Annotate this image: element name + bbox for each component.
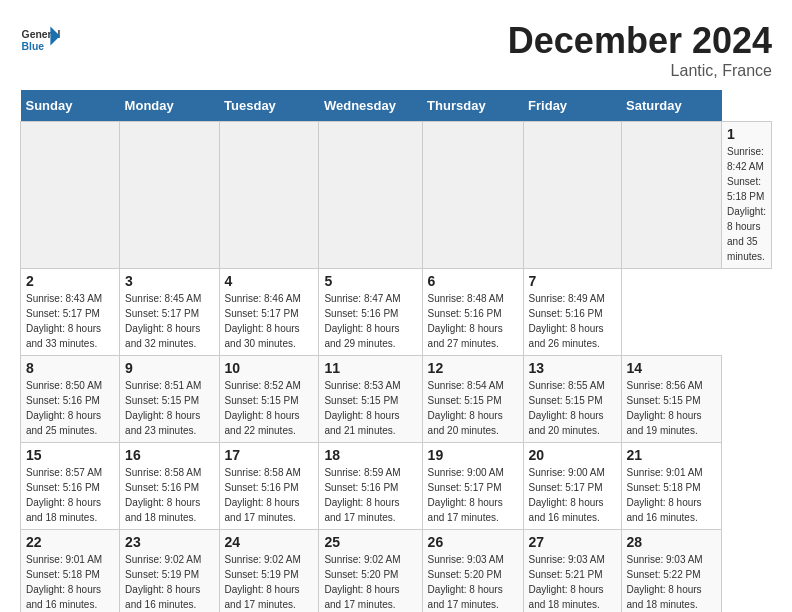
- svg-text:Blue: Blue: [22, 41, 45, 52]
- day-info: Sunrise: 8:58 AM Sunset: 5:16 PM Dayligh…: [125, 465, 213, 525]
- calendar-day-cell: [523, 122, 621, 269]
- day-info: Sunrise: 8:59 AM Sunset: 5:16 PM Dayligh…: [324, 465, 416, 525]
- calendar-day-cell: 19Sunrise: 9:00 AM Sunset: 5:17 PM Dayli…: [422, 443, 523, 530]
- calendar-day-cell: 10Sunrise: 8:52 AM Sunset: 5:15 PM Dayli…: [219, 356, 319, 443]
- day-info: Sunrise: 8:43 AM Sunset: 5:17 PM Dayligh…: [26, 291, 114, 351]
- day-number: 20: [529, 447, 616, 463]
- calendar-day-cell: 18Sunrise: 8:59 AM Sunset: 5:16 PM Dayli…: [319, 443, 422, 530]
- calendar-day-cell: 20Sunrise: 9:00 AM Sunset: 5:17 PM Dayli…: [523, 443, 621, 530]
- day-number: 17: [225, 447, 314, 463]
- calendar-day-cell: 27Sunrise: 9:03 AM Sunset: 5:21 PM Dayli…: [523, 530, 621, 613]
- calendar-day-cell: 17Sunrise: 8:58 AM Sunset: 5:16 PM Dayli…: [219, 443, 319, 530]
- calendar-day-cell: 23Sunrise: 9:02 AM Sunset: 5:19 PM Dayli…: [120, 530, 219, 613]
- day-info: Sunrise: 8:54 AM Sunset: 5:15 PM Dayligh…: [428, 378, 518, 438]
- day-number: 4: [225, 273, 314, 289]
- calendar-day-cell: 2Sunrise: 8:43 AM Sunset: 5:17 PM Daylig…: [21, 269, 120, 356]
- calendar-day-cell: 6Sunrise: 8:48 AM Sunset: 5:16 PM Daylig…: [422, 269, 523, 356]
- day-info: Sunrise: 8:53 AM Sunset: 5:15 PM Dayligh…: [324, 378, 416, 438]
- day-info: Sunrise: 9:02 AM Sunset: 5:19 PM Dayligh…: [125, 552, 213, 612]
- day-info: Sunrise: 9:01 AM Sunset: 5:18 PM Dayligh…: [26, 552, 114, 612]
- day-info: Sunrise: 8:58 AM Sunset: 5:16 PM Dayligh…: [225, 465, 314, 525]
- day-info: Sunrise: 9:03 AM Sunset: 5:22 PM Dayligh…: [627, 552, 717, 612]
- day-info: Sunrise: 9:03 AM Sunset: 5:20 PM Dayligh…: [428, 552, 518, 612]
- calendar-day-cell: 1Sunrise: 8:42 AM Sunset: 5:18 PM Daylig…: [722, 122, 772, 269]
- day-number: 14: [627, 360, 717, 376]
- day-of-week-header: Tuesday: [219, 90, 319, 122]
- day-number: 25: [324, 534, 416, 550]
- day-info: Sunrise: 9:02 AM Sunset: 5:19 PM Dayligh…: [225, 552, 314, 612]
- day-number: 21: [627, 447, 717, 463]
- calendar-header-row: SundayMondayTuesdayWednesdayThursdayFrid…: [21, 90, 772, 122]
- calendar-day-cell: 11Sunrise: 8:53 AM Sunset: 5:15 PM Dayli…: [319, 356, 422, 443]
- day-info: Sunrise: 8:57 AM Sunset: 5:16 PM Dayligh…: [26, 465, 114, 525]
- day-number: 13: [529, 360, 616, 376]
- calendar-day-cell: 8Sunrise: 8:50 AM Sunset: 5:16 PM Daylig…: [21, 356, 120, 443]
- calendar-day-cell: [21, 122, 120, 269]
- calendar-body: 1Sunrise: 8:42 AM Sunset: 5:18 PM Daylig…: [21, 122, 772, 613]
- day-info: Sunrise: 9:00 AM Sunset: 5:17 PM Dayligh…: [529, 465, 616, 525]
- calendar-day-cell: [621, 122, 722, 269]
- calendar-day-cell: 13Sunrise: 8:55 AM Sunset: 5:15 PM Dayli…: [523, 356, 621, 443]
- calendar-day-cell: 5Sunrise: 8:47 AM Sunset: 5:16 PM Daylig…: [319, 269, 422, 356]
- day-number: 1: [727, 126, 766, 142]
- day-number: 28: [627, 534, 717, 550]
- day-number: 24: [225, 534, 314, 550]
- day-number: 8: [26, 360, 114, 376]
- day-info: Sunrise: 8:50 AM Sunset: 5:16 PM Dayligh…: [26, 378, 114, 438]
- day-number: 15: [26, 447, 114, 463]
- calendar-day-cell: 15Sunrise: 8:57 AM Sunset: 5:16 PM Dayli…: [21, 443, 120, 530]
- day-info: Sunrise: 9:03 AM Sunset: 5:21 PM Dayligh…: [529, 552, 616, 612]
- month-title: December 2024: [508, 20, 772, 62]
- calendar-week-row: 22Sunrise: 9:01 AM Sunset: 5:18 PM Dayli…: [21, 530, 772, 613]
- calendar-day-cell: 26Sunrise: 9:03 AM Sunset: 5:20 PM Dayli…: [422, 530, 523, 613]
- day-number: 5: [324, 273, 416, 289]
- day-of-week-header: Saturday: [621, 90, 722, 122]
- day-info: Sunrise: 8:49 AM Sunset: 5:16 PM Dayligh…: [529, 291, 616, 351]
- day-of-week-header: Sunday: [21, 90, 120, 122]
- day-info: Sunrise: 8:45 AM Sunset: 5:17 PM Dayligh…: [125, 291, 213, 351]
- calendar-day-cell: 14Sunrise: 8:56 AM Sunset: 5:15 PM Dayli…: [621, 356, 722, 443]
- location: Lantic, France: [508, 62, 772, 80]
- calendar-day-cell: 25Sunrise: 9:02 AM Sunset: 5:20 PM Dayli…: [319, 530, 422, 613]
- day-number: 27: [529, 534, 616, 550]
- calendar-day-cell: 9Sunrise: 8:51 AM Sunset: 5:15 PM Daylig…: [120, 356, 219, 443]
- day-info: Sunrise: 8:52 AM Sunset: 5:15 PM Dayligh…: [225, 378, 314, 438]
- day-of-week-header: Monday: [120, 90, 219, 122]
- day-number: 23: [125, 534, 213, 550]
- calendar-day-cell: [120, 122, 219, 269]
- calendar-day-cell: 7Sunrise: 8:49 AM Sunset: 5:16 PM Daylig…: [523, 269, 621, 356]
- day-number: 7: [529, 273, 616, 289]
- day-number: 3: [125, 273, 213, 289]
- calendar-table: SundayMondayTuesdayWednesdayThursdayFrid…: [20, 90, 772, 612]
- day-info: Sunrise: 8:47 AM Sunset: 5:16 PM Dayligh…: [324, 291, 416, 351]
- day-number: 2: [26, 273, 114, 289]
- day-info: Sunrise: 8:42 AM Sunset: 5:18 PM Dayligh…: [727, 144, 766, 264]
- day-of-week-header: Wednesday: [319, 90, 422, 122]
- day-number: 16: [125, 447, 213, 463]
- calendar-day-cell: [219, 122, 319, 269]
- calendar-day-cell: 28Sunrise: 9:03 AM Sunset: 5:22 PM Dayli…: [621, 530, 722, 613]
- day-info: Sunrise: 9:02 AM Sunset: 5:20 PM Dayligh…: [324, 552, 416, 612]
- calendar-day-cell: 21Sunrise: 9:01 AM Sunset: 5:18 PM Dayli…: [621, 443, 722, 530]
- day-number: 10: [225, 360, 314, 376]
- day-info: Sunrise: 8:51 AM Sunset: 5:15 PM Dayligh…: [125, 378, 213, 438]
- calendar-week-row: 15Sunrise: 8:57 AM Sunset: 5:16 PM Dayli…: [21, 443, 772, 530]
- calendar-week-row: 8Sunrise: 8:50 AM Sunset: 5:16 PM Daylig…: [21, 356, 772, 443]
- page-header: General Blue December 2024 Lantic, Franc…: [20, 20, 772, 80]
- calendar-week-row: 1Sunrise: 8:42 AM Sunset: 5:18 PM Daylig…: [21, 122, 772, 269]
- calendar-day-cell: 4Sunrise: 8:46 AM Sunset: 5:17 PM Daylig…: [219, 269, 319, 356]
- day-number: 22: [26, 534, 114, 550]
- day-number: 19: [428, 447, 518, 463]
- day-number: 18: [324, 447, 416, 463]
- day-of-week-header: Friday: [523, 90, 621, 122]
- day-info: Sunrise: 8:48 AM Sunset: 5:16 PM Dayligh…: [428, 291, 518, 351]
- day-info: Sunrise: 8:55 AM Sunset: 5:15 PM Dayligh…: [529, 378, 616, 438]
- calendar-day-cell: [319, 122, 422, 269]
- day-number: 11: [324, 360, 416, 376]
- calendar-week-row: 2Sunrise: 8:43 AM Sunset: 5:17 PM Daylig…: [21, 269, 772, 356]
- title-area: December 2024 Lantic, France: [508, 20, 772, 80]
- calendar-day-cell: [422, 122, 523, 269]
- logo: General Blue: [20, 20, 65, 60]
- calendar-day-cell: 3Sunrise: 8:45 AM Sunset: 5:17 PM Daylig…: [120, 269, 219, 356]
- calendar-day-cell: 12Sunrise: 8:54 AM Sunset: 5:15 PM Dayli…: [422, 356, 523, 443]
